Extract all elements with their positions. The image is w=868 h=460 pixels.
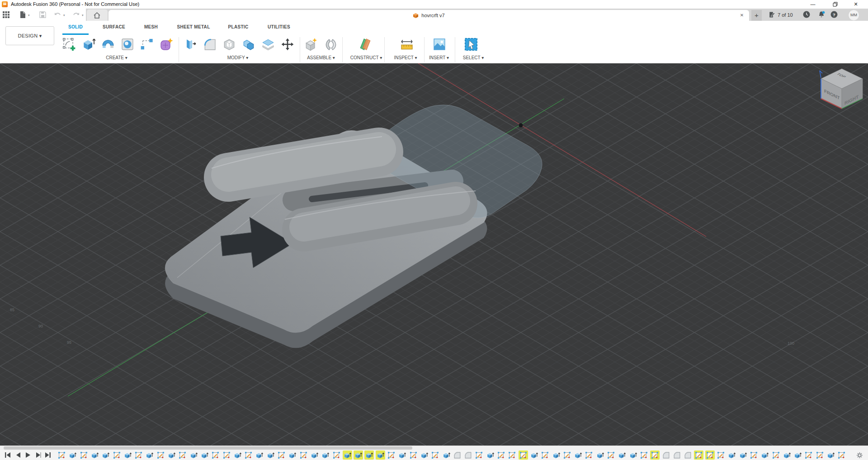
fillet-feature[interactable] bbox=[464, 451, 472, 459]
extrude-feature[interactable] bbox=[288, 451, 296, 459]
notifications-button[interactable] bbox=[818, 11, 825, 18]
group-dropdown-create[interactable]: CREATE ▾ bbox=[106, 55, 127, 60]
revolve-button[interactable] bbox=[101, 37, 115, 52]
press-pull-button[interactable] bbox=[183, 37, 198, 52]
sketch-feature[interactable] bbox=[431, 451, 439, 459]
sketch-feature[interactable] bbox=[519, 451, 527, 459]
timeline-play-button[interactable] bbox=[24, 452, 32, 458]
sketch-feature[interactable] bbox=[508, 451, 516, 459]
extension-manager-button[interactable] bbox=[803, 11, 810, 18]
extrude-feature[interactable] bbox=[596, 451, 604, 459]
group-dropdown-assemble[interactable]: ASSEMBLE ▾ bbox=[307, 55, 335, 60]
extrude-feature[interactable] bbox=[91, 451, 99, 459]
sketch-feature[interactable] bbox=[179, 451, 186, 459]
ribbon-tab-mesh[interactable]: MESH bbox=[144, 24, 158, 29]
file-menu-caret-icon[interactable]: ▾ bbox=[28, 14, 30, 17]
restore-button[interactable] bbox=[828, 0, 842, 9]
sketch-feature[interactable] bbox=[80, 451, 88, 459]
app-grid-menu-button[interactable] bbox=[2, 11, 10, 19]
extrude-feature[interactable] bbox=[530, 451, 538, 459]
sketch-feature[interactable] bbox=[333, 451, 340, 459]
sketch-feature[interactable] bbox=[113, 451, 121, 459]
sketch-feature[interactable] bbox=[563, 451, 571, 459]
group-dropdown-select[interactable]: SELECT ▾ bbox=[463, 55, 484, 60]
sketch-feature[interactable] bbox=[58, 451, 66, 459]
ribbon-tab-utilities[interactable]: UTILITIES bbox=[268, 24, 290, 29]
new-component-button[interactable] bbox=[304, 37, 318, 52]
redo-button[interactable] bbox=[72, 11, 80, 19]
extrude-feature[interactable] bbox=[377, 451, 384, 459]
group-dropdown-modify[interactable]: MODIFY ▾ bbox=[227, 55, 249, 60]
extrude-feature[interactable] bbox=[574, 451, 582, 459]
insert-canvas-button[interactable] bbox=[432, 37, 447, 52]
sketch-feature[interactable] bbox=[223, 451, 231, 459]
select-button[interactable] bbox=[464, 37, 478, 52]
sketch-feature[interactable] bbox=[651, 451, 659, 459]
sketch-feature[interactable] bbox=[816, 451, 824, 459]
file-menu-button[interactable] bbox=[19, 11, 27, 19]
origin-point[interactable] bbox=[519, 123, 523, 128]
workspace-selector[interactable]: DESIGN ▾ bbox=[5, 26, 54, 45]
extrude-feature[interactable] bbox=[420, 451, 428, 459]
extrude-feature[interactable] bbox=[354, 451, 362, 459]
fillet-feature[interactable] bbox=[453, 451, 461, 459]
sketch-feature[interactable] bbox=[245, 451, 252, 459]
sketch-feature[interactable] bbox=[805, 451, 812, 459]
sketch-feature[interactable] bbox=[838, 451, 845, 459]
extrude-button[interactable] bbox=[81, 37, 96, 52]
document-tab-close-button[interactable]: ✕ bbox=[738, 12, 745, 19]
timeline-step-forward-button[interactable] bbox=[35, 452, 42, 458]
extrude-feature[interactable] bbox=[69, 451, 76, 459]
sketch-feature[interactable] bbox=[772, 451, 780, 459]
group-dropdown-insert[interactable]: INSERT ▾ bbox=[429, 55, 449, 60]
sketch-feature[interactable] bbox=[278, 451, 285, 459]
user-avatar[interactable]: MM bbox=[848, 9, 859, 21]
extrude-feature[interactable] bbox=[443, 451, 450, 459]
job-status-button[interactable]: 7 of 10 bbox=[769, 11, 793, 19]
sketch-feature[interactable] bbox=[410, 451, 417, 459]
ribbon-tab-plastic[interactable]: PLASTIC bbox=[228, 24, 249, 29]
extrude-feature[interactable] bbox=[486, 451, 494, 459]
extrude-feature[interactable] bbox=[761, 451, 769, 459]
extrude-feature[interactable] bbox=[311, 451, 318, 459]
sketch-feature[interactable] bbox=[157, 451, 165, 459]
create-form-button[interactable] bbox=[159, 37, 174, 52]
measure-button[interactable] bbox=[400, 37, 414, 52]
extrude-feature[interactable] bbox=[552, 451, 560, 459]
extrude-feature[interactable] bbox=[739, 451, 747, 459]
redo-caret-icon[interactable]: ▾ bbox=[82, 14, 84, 17]
timeline-go-to-end-button[interactable] bbox=[44, 452, 52, 458]
joint-button[interactable] bbox=[324, 37, 338, 52]
sketch-feature[interactable] bbox=[717, 451, 725, 459]
document-tab[interactable]: hovrcrft v7 ✕ bbox=[108, 10, 749, 21]
ribbon-tab-surface[interactable]: SURFACE bbox=[103, 24, 125, 29]
group-dropdown-construct[interactable]: CONSTRUCT ▾ bbox=[350, 55, 382, 60]
sketch-feature[interactable] bbox=[212, 451, 219, 459]
combine-button[interactable] bbox=[241, 37, 256, 52]
new-tab-button[interactable]: + bbox=[751, 10, 762, 21]
construction-plane-button[interactable] bbox=[358, 37, 373, 52]
sketch-feature[interactable] bbox=[387, 451, 395, 459]
close-window-button[interactable]: ✕ bbox=[849, 0, 863, 9]
ribbon-tab-sheet-metal[interactable]: SHEET METAL bbox=[177, 24, 210, 29]
extrude-feature[interactable] bbox=[827, 451, 835, 459]
sketch-feature[interactable] bbox=[497, 451, 505, 459]
extrude-feature[interactable] bbox=[190, 451, 198, 459]
fillet-feature[interactable] bbox=[684, 451, 692, 459]
help-button[interactable]: ? bbox=[830, 11, 838, 18]
sketch-feature[interactable] bbox=[475, 451, 483, 459]
extrude-feature[interactable] bbox=[344, 451, 351, 459]
ribbon-tab-solid[interactable]: SOLID bbox=[68, 24, 83, 29]
extrude-feature[interactable] bbox=[124, 451, 132, 459]
save-button[interactable] bbox=[39, 11, 47, 19]
view-cube[interactable]: TOP FRONT RIGHT bbox=[819, 67, 864, 111]
sketch-feature[interactable] bbox=[300, 451, 307, 459]
shell-button[interactable] bbox=[222, 37, 236, 52]
extrude-feature[interactable] bbox=[398, 451, 406, 459]
rectangular-pattern-button[interactable] bbox=[140, 37, 154, 52]
sketch-feature[interactable] bbox=[706, 451, 714, 459]
group-dropdown-inspect[interactable]: INSPECT ▾ bbox=[394, 55, 417, 60]
extrude-feature[interactable] bbox=[201, 451, 208, 459]
extrude-feature[interactable] bbox=[321, 451, 329, 459]
timeline-scrollbar-thumb[interactable] bbox=[4, 446, 412, 450]
